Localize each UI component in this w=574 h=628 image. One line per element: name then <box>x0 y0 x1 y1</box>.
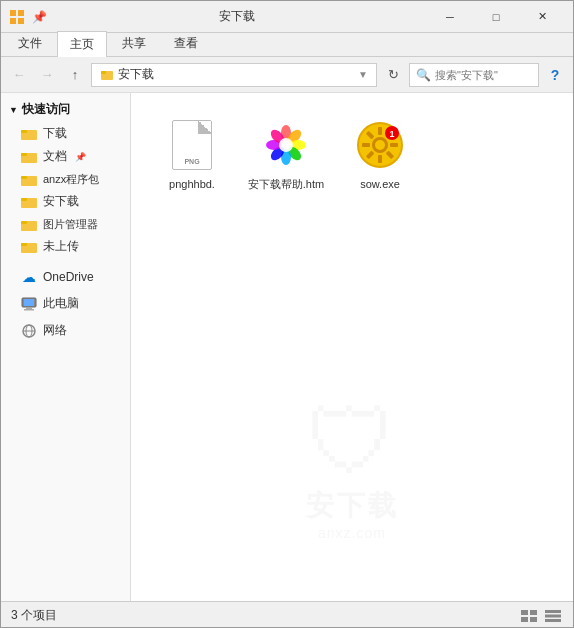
sidebar-item-onedrive[interactable]: ☁ OneDrive <box>1 266 130 288</box>
svg-rect-51 <box>530 610 537 615</box>
breadcrumb-label: 安下载 <box>118 66 154 83</box>
sidebar-imagemgr-label: 图片管理器 <box>43 217 98 232</box>
watermark-text: 安下载 <box>306 487 399 525</box>
address-input[interactable]: 安下载 ▼ <box>91 63 377 87</box>
sidebar-item-download[interactable]: 下载 <box>1 122 130 145</box>
watermark: 🛡 安下载 anxz.com <box>306 397 399 541</box>
help-button[interactable]: ? <box>543 63 567 87</box>
pin-small-icon: 📌 <box>75 152 86 162</box>
svg-rect-2 <box>10 18 16 24</box>
svg-rect-15 <box>21 221 27 224</box>
svg-rect-1 <box>18 10 24 16</box>
sidebar-item-anzx[interactable]: anzx程序包 <box>1 168 130 190</box>
svg-text:1: 1 <box>389 129 394 139</box>
sidebar: ▼ 快速访问 下载 文档 📌 anzx程序包 安下载 <box>1 93 131 601</box>
sidebar-network-label: 网络 <box>43 322 67 339</box>
svg-rect-9 <box>21 153 27 156</box>
svg-rect-41 <box>378 155 382 163</box>
title-bar-controls: ─ □ ✕ <box>427 1 565 33</box>
anzx-folder-icon <box>21 171 37 187</box>
sidebar-unuploaded-label: 未上传 <box>43 238 79 255</box>
svg-rect-13 <box>21 198 27 201</box>
tab-view[interactable]: 查看 <box>161 30 211 56</box>
pin-icon: 📌 <box>31 9 47 25</box>
quick-access-header[interactable]: ▼ 快速访问 <box>1 97 130 122</box>
svg-rect-52 <box>521 617 528 622</box>
refresh-button[interactable]: ↻ <box>381 63 405 87</box>
dropdown-icon[interactable]: ▼ <box>358 69 368 80</box>
svg-rect-7 <box>21 130 27 133</box>
svg-rect-43 <box>390 143 398 147</box>
window-icon <box>9 9 25 25</box>
download-folder-icon <box>21 126 37 142</box>
status-item-count: 3 个项目 <box>11 607 57 624</box>
sidebar-item-computer[interactable]: 此电脑 <box>1 292 130 315</box>
file-label-pnghhbd: pnghhbd. <box>169 177 215 191</box>
svg-rect-56 <box>545 619 561 622</box>
sidebar-anzx-label: anzx程序包 <box>43 172 99 187</box>
network-icon <box>21 323 37 339</box>
anxz-folder-icon <box>21 194 37 210</box>
forward-button[interactable]: → <box>35 63 59 87</box>
chevron-down-icon: ▼ <box>9 105 18 115</box>
svg-rect-0 <box>10 10 16 16</box>
svg-rect-53 <box>530 617 537 622</box>
svg-rect-42 <box>362 143 370 147</box>
title-bar: 📌 安下载 ─ □ ✕ <box>1 1 573 33</box>
tab-share[interactable]: 共享 <box>109 30 159 56</box>
svg-rect-11 <box>21 176 27 179</box>
search-icon: 🔍 <box>416 68 431 82</box>
svg-rect-17 <box>21 243 27 246</box>
documents-folder-icon <box>21 149 37 165</box>
sidebar-item-network[interactable]: 网络 <box>1 319 130 342</box>
content-area: 🛡 安下载 anxz.com PNG pnghhbd. <box>131 93 573 601</box>
view-controls <box>519 606 563 626</box>
search-input[interactable] <box>435 69 532 81</box>
file-icon-pnghhbd: PNG <box>168 117 216 173</box>
sidebar-item-documents[interactable]: 文档 📌 <box>1 145 130 168</box>
sidebar-computer-label: 此电脑 <box>43 295 79 312</box>
svg-rect-20 <box>24 299 34 306</box>
svg-rect-40 <box>378 127 382 135</box>
sidebar-documents-label: 文档 <box>43 148 67 165</box>
address-bar: ← → ↑ 安下载 ▼ ↻ 🔍 ? <box>1 57 573 93</box>
watermark-shield-icon: 🛡 <box>307 397 397 487</box>
svg-rect-50 <box>521 610 528 615</box>
minimize-button[interactable]: ─ <box>427 1 473 33</box>
back-button[interactable]: ← <box>7 63 31 87</box>
up-button[interactable]: ↑ <box>63 63 87 87</box>
file-label-sow: sow.exe <box>360 177 400 191</box>
svg-rect-3 <box>18 18 24 24</box>
svg-rect-55 <box>545 614 561 617</box>
view-list-button[interactable] <box>519 606 539 626</box>
ribbon-tabs: 文件 主页 共享 查看 <box>1 33 573 57</box>
view-details-button[interactable] <box>543 606 563 626</box>
sidebar-item-imagemgr[interactable]: 图片管理器 <box>1 213 130 235</box>
svg-point-39 <box>375 140 385 150</box>
close-button[interactable]: ✕ <box>519 1 565 33</box>
sidebar-download-label: 下载 <box>43 125 67 142</box>
file-item-pnghhbd[interactable]: PNG pnghhbd. <box>147 109 237 199</box>
file-item-htm[interactable]: 安下载帮助.htm <box>241 109 331 199</box>
main-layout: ▼ 快速访问 下载 文档 📌 anzx程序包 安下载 <box>1 93 573 601</box>
file-label-htm: 安下载帮助.htm <box>248 177 324 191</box>
unuploaded-folder-icon <box>21 239 37 255</box>
sidebar-onedrive-label: OneDrive <box>43 270 94 284</box>
computer-icon <box>21 296 37 312</box>
file-icon-sow: 1 <box>356 117 404 173</box>
watermark-sub: anxz.com <box>318 525 386 541</box>
files-grid: PNG pnghhbd. <box>143 105 561 203</box>
file-icon-htm <box>262 117 310 173</box>
sidebar-item-anxz[interactable]: 安下载 <box>1 190 130 213</box>
onedrive-icon: ☁ <box>21 269 37 285</box>
sidebar-item-unuploaded[interactable]: 未上传 <box>1 235 130 258</box>
breadcrumb: 安下载 <box>100 66 154 83</box>
tab-file[interactable]: 文件 <box>5 30 55 56</box>
svg-rect-5 <box>101 71 106 74</box>
title-bar-icons: 📌 <box>9 9 47 25</box>
tab-home[interactable]: 主页 <box>57 31 107 57</box>
quick-access-label: 快速访问 <box>22 101 70 118</box>
file-item-sow[interactable]: 1 sow.exe <box>335 109 425 199</box>
maximize-button[interactable]: □ <box>473 1 519 33</box>
search-box: 🔍 <box>409 63 539 87</box>
